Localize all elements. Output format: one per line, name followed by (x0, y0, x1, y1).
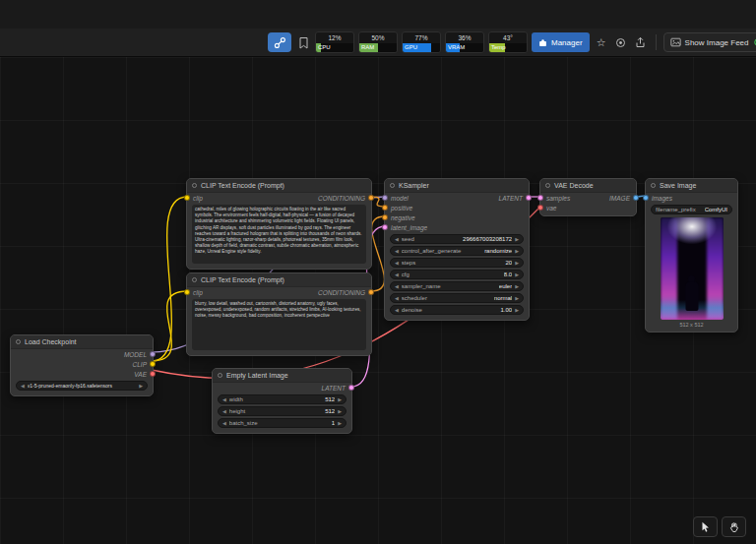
decrement-arrow[interactable]: ◀ (395, 295, 399, 301)
steps-widget[interactable]: ◀ steps 20 ▶ (390, 258, 524, 268)
image-slot-dot[interactable] (643, 195, 649, 201)
latent-slot-dot[interactable] (537, 195, 543, 201)
collapse-dot[interactable] (651, 183, 656, 188)
manager-button[interactable]: Manager (532, 32, 590, 52)
output-image[interactable]: IMAGE (609, 195, 635, 202)
decrement-arrow[interactable]: ◀ (21, 383, 25, 389)
height-widget[interactable]: ◀ height 512 ▶ (218, 406, 346, 416)
denoise-widget[interactable]: ◀ denoise 1.00 ▶ (390, 305, 524, 315)
clip-slot-dot[interactable] (184, 289, 190, 295)
increment-arrow[interactable]: ▶ (338, 420, 342, 426)
increment-arrow[interactable]: ▶ (515, 272, 519, 277)
node-load-checkpoint[interactable]: Load Checkpoint MODEL CLIP VAE ◀ v1-5-pr… (10, 334, 154, 396)
conditioning-slot-dot[interactable] (382, 205, 388, 211)
node-canvas[interactable] (0, 57, 756, 544)
select-mode-button[interactable] (693, 516, 718, 537)
node-title-bar[interactable]: KSampler (385, 179, 529, 193)
collapse-dot[interactable] (192, 183, 197, 188)
increment-arrow[interactable]: ▶ (515, 248, 519, 254)
input-negative[interactable]: negative (386, 214, 415, 221)
output-conditioning[interactable]: CONDITIONING (318, 289, 370, 296)
filename-prefix-widget[interactable]: filename_prefix ComfyUI (651, 205, 732, 214)
node-clip-text-encode-positive[interactable]: CLIP Text Encode (Prompt) clip CONDITION… (186, 178, 372, 270)
input-latent-image[interactable]: latent_image (386, 224, 427, 231)
decrement-arrow[interactable]: ◀ (395, 307, 399, 313)
conditioning-slot-dot[interactable] (368, 195, 374, 201)
input-images[interactable]: images (647, 195, 672, 202)
increment-arrow[interactable]: ▶ (338, 396, 342, 402)
output-vae[interactable]: VAE (134, 371, 152, 378)
ckpt-name-widget[interactable]: ◀ v1-5-pruned-emaonly-fp16.safetensors ▶ (16, 381, 148, 391)
model-slot-dot[interactable] (382, 195, 388, 201)
node-title-bar[interactable]: Empty Latent Image (213, 369, 351, 383)
pan-mode-button[interactable] (722, 516, 746, 537)
decrement-arrow[interactable]: ◀ (395, 248, 399, 254)
increment-arrow[interactable]: ▶ (515, 260, 519, 266)
node-vae-decode[interactable]: VAE Decode samples IMAGE vae (539, 178, 637, 216)
conditioning-slot-dot[interactable] (368, 289, 374, 295)
decrement-arrow[interactable]: ◀ (395, 260, 399, 266)
node-ksampler[interactable]: KSampler model LATENT positive negative (384, 178, 530, 321)
comfyui-logo-button[interactable] (268, 32, 291, 52)
decrement-arrow[interactable]: ◀ (395, 272, 399, 277)
decrement-arrow[interactable]: ◀ (395, 236, 399, 242)
dot-circle-icon[interactable] (613, 32, 629, 52)
share-icon[interactable] (633, 32, 649, 52)
control-after-generate-widget[interactable]: ◀ control_after_generate randomize ▶ (390, 246, 524, 256)
output-latent[interactable]: LATENT (322, 385, 350, 392)
output-latent[interactable]: LATENT (499, 195, 528, 202)
prompt-textarea[interactable]: blurry, low detail, washed out, cartooni… (192, 299, 366, 350)
node-title-bar[interactable]: CLIP Text Encode (Prompt) (187, 273, 371, 287)
vae-slot-dot[interactable] (150, 371, 156, 377)
output-clip[interactable]: CLIP (133, 361, 152, 368)
generated-image-preview[interactable] (661, 217, 724, 320)
increment-arrow[interactable]: ▶ (515, 307, 519, 313)
latent-slot-dot[interactable] (348, 385, 354, 391)
increment-arrow[interactable]: ▶ (139, 383, 143, 389)
decrement-arrow[interactable]: ◀ (222, 396, 226, 402)
seed-widget[interactable]: ◀ seed 296667003208172 ▶ (390, 234, 524, 244)
collapse-dot[interactable] (390, 183, 395, 188)
clip-slot-dot[interactable] (184, 195, 190, 201)
node-title-bar[interactable]: Save Image (646, 179, 737, 193)
collapse-dot[interactable] (192, 277, 197, 282)
decrement-arrow[interactable]: ◀ (395, 283, 399, 289)
input-samples[interactable]: samples (541, 195, 570, 202)
input-clip[interactable]: clip (188, 289, 203, 296)
conditioning-slot-dot[interactable] (382, 214, 388, 220)
width-widget[interactable]: ◀ width 512 ▶ (218, 394, 346, 404)
scheduler-widget[interactable]: ◀ scheduler normal ▶ (390, 293, 524, 303)
batch-size-widget[interactable]: ◀ batch_size 1 ▶ (218, 418, 346, 428)
node-empty-latent-image[interactable]: Empty Latent Image LATENT ◀ width 512 ▶ … (212, 368, 352, 434)
latent-slot-dot[interactable] (382, 224, 388, 230)
decrement-arrow[interactable]: ◀ (222, 420, 226, 426)
show-image-feed-button[interactable]: Show Image Feed (663, 32, 756, 52)
collapse-dot[interactable] (545, 183, 550, 188)
increment-arrow[interactable]: ▶ (338, 408, 342, 414)
input-positive[interactable]: positive (386, 205, 412, 212)
input-vae[interactable]: vae (541, 205, 556, 212)
input-model[interactable]: model (386, 195, 409, 202)
cfg-widget[interactable]: ◀ cfg 8.0 ▶ (390, 270, 524, 279)
node-title-bar[interactable]: CLIP Text Encode (Prompt) (187, 179, 371, 193)
collapse-dot[interactable] (218, 373, 222, 378)
output-conditioning[interactable]: CONDITIONING (318, 195, 370, 202)
bookmark-icon[interactable] (295, 32, 311, 52)
node-title-bar[interactable]: VAE Decode (540, 179, 636, 193)
image-slot-dot[interactable] (633, 195, 639, 201)
node-clip-text-encode-negative[interactable]: CLIP Text Encode (Prompt) clip CONDITION… (186, 272, 372, 356)
collapse-dot[interactable] (16, 339, 21, 344)
increment-arrow[interactable]: ▶ (515, 283, 519, 289)
vae-slot-dot[interactable] (537, 205, 543, 211)
latent-slot-dot[interactable] (526, 195, 532, 201)
sampler-name-widget[interactable]: ◀ sampler_name euler ▶ (390, 281, 524, 291)
output-model[interactable]: MODEL (124, 351, 152, 358)
star-icon[interactable]: ☆ (594, 32, 609, 52)
input-clip[interactable]: clip (188, 195, 203, 202)
prompt-textarea[interactable]: cathedral, miles of glowing holographic … (192, 205, 366, 264)
clip-slot-dot[interactable] (150, 361, 156, 367)
model-slot-dot[interactable] (150, 351, 156, 357)
increment-arrow[interactable]: ▶ (515, 236, 519, 242)
node-title-bar[interactable]: Load Checkpoint (11, 335, 153, 349)
decrement-arrow[interactable]: ◀ (222, 408, 226, 414)
